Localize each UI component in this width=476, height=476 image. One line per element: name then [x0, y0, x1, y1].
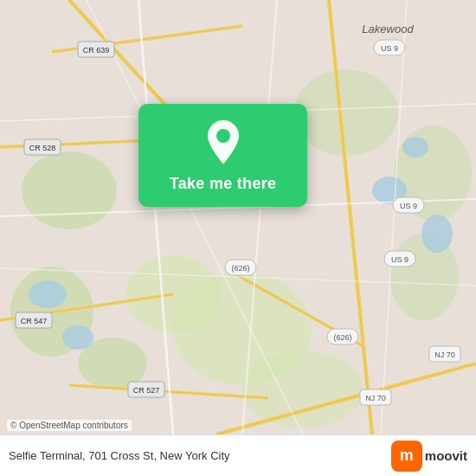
svg-point-61	[216, 129, 230, 143]
svg-text:CR 639: CR 639	[83, 46, 110, 55]
svg-text:(626): (626)	[333, 333, 351, 342]
svg-text:US 9: US 9	[400, 202, 417, 210]
svg-point-13	[421, 215, 453, 253]
svg-text:US 9: US 9	[381, 44, 398, 53]
map-background: CR 639 CR 528 CR 547 CR 527 (626) (626) …	[0, 0, 476, 476]
svg-point-10	[29, 280, 67, 308]
svg-text:(626): (626)	[231, 264, 249, 273]
svg-text:CR 547: CR 547	[21, 317, 48, 325]
action-card[interactable]: Take me there	[138, 104, 307, 207]
pin-icon	[201, 119, 246, 164]
svg-text:US 9: US 9	[391, 255, 408, 264]
svg-text:Lakewood: Lakewood	[362, 23, 414, 35]
take-me-there-label: Take me there	[170, 175, 277, 193]
moovit-logo: m moovit	[391, 441, 467, 472]
moovit-wordmark: moovit	[425, 448, 467, 463]
svg-point-9	[242, 351, 363, 428]
map-container: CR 639 CR 528 CR 547 CR 527 (626) (626) …	[0, 0, 476, 476]
svg-text:CR 527: CR 527	[133, 386, 160, 395]
osm-attribution: © OpenStreetMap contributors	[7, 420, 132, 431]
svg-text:CR 528: CR 528	[29, 144, 56, 152]
svg-point-11	[62, 325, 93, 350]
svg-point-6	[294, 69, 398, 156]
svg-point-14	[402, 137, 428, 158]
svg-text:NJ 70: NJ 70	[365, 394, 386, 402]
moovit-icon: m	[391, 441, 422, 472]
svg-point-1	[22, 151, 117, 229]
svg-text:NJ 70: NJ 70	[434, 351, 455, 359]
osm-text: © OpenStreetMap contributors	[10, 421, 128, 430]
bottom-bar: Selfie Terminal, 701 Cross St, New York …	[0, 434, 476, 476]
location-text: Selfie Terminal, 701 Cross St, New York …	[9, 449, 391, 462]
